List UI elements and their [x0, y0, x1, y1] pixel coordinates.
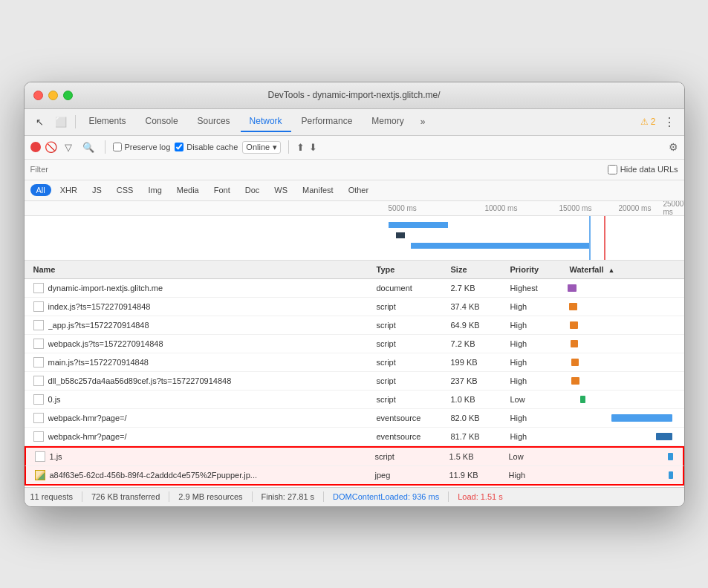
type-cell: script [374, 356, 448, 369]
file-icon [33, 394, 44, 405]
file-icon [33, 283, 44, 293]
filter-doc[interactable]: Doc [239, 184, 266, 196]
load-time: Load: 1.51 s [458, 492, 503, 501]
row-name: webpack-hmr?page=/ [48, 414, 127, 422]
preserve-log-checkbox[interactable]: Preserve log [113, 143, 171, 151]
sort-arrow-icon: ▲ [608, 267, 615, 274]
filter-ws[interactable]: WS [268, 184, 293, 196]
main-toolbar: ↖ ⬜ Elements Console Sources Network Per… [25, 109, 684, 136]
waterfall-cell [567, 355, 678, 370]
priority-cell: High [506, 468, 565, 482]
tab-memory[interactable]: Memory [363, 111, 412, 132]
row-name: 0.js [48, 395, 61, 404]
close-button[interactable] [33, 91, 43, 100]
priority-cell: High [507, 411, 567, 425]
tab-elements[interactable]: Elements [80, 111, 135, 132]
size-cell: 7.2 KB [448, 337, 507, 350]
dom-loaded-line [589, 216, 591, 261]
disable-cache-input[interactable] [175, 143, 184, 151]
disable-cache-checkbox[interactable]: Disable cache [175, 143, 238, 151]
timeline-label-10000: 10000 ms [485, 204, 518, 212]
priority-cell: High [507, 430, 567, 443]
th-size[interactable]: Size [448, 264, 507, 275]
table-row[interactable]: _app.js?ts=1572270914848script64.9 KBHig… [25, 316, 684, 335]
table-row[interactable]: 1.jsscript1.5 KBLow [25, 446, 684, 466]
filter-css[interactable]: CSS [111, 184, 140, 196]
waterfall-bar [580, 396, 586, 403]
load-line [604, 216, 605, 261]
waterfall-cell [567, 429, 678, 444]
filter-button[interactable]: ▽ [62, 140, 75, 154]
preserve-log-label: Preserve log [125, 143, 171, 151]
file-icon [35, 451, 45, 462]
minimize-button[interactable] [48, 91, 58, 100]
requests-count: 11 requests [30, 492, 73, 501]
table-row[interactable]: dynamic-import-nextjs.glitch.medocument2… [25, 279, 684, 298]
waterfall-bar [669, 471, 673, 479]
table-row[interactable]: webpack.js?ts=1572270914848script7.2 KBH… [25, 335, 684, 353]
priority-cell: High [507, 337, 567, 350]
th-type[interactable]: Type [374, 264, 448, 275]
tab-console[interactable]: Console [137, 111, 187, 132]
hide-data-urls-label: Hide data URLs [620, 165, 678, 174]
waterfall-cell [567, 281, 678, 295]
toolbar-separator-1 [75, 115, 76, 128]
tab-network[interactable]: Network [241, 111, 291, 132]
filter-all[interactable]: All [30, 184, 51, 196]
filter-img[interactable]: Img [142, 184, 167, 196]
record-button[interactable] [30, 142, 41, 152]
hide-data-urls-checkbox[interactable]: Hide data URLs [608, 165, 678, 174]
export-button[interactable]: ⬇ [309, 142, 317, 153]
maximize-button[interactable] [63, 91, 73, 100]
search-button[interactable]: 🔍 [79, 140, 97, 154]
tab-sources[interactable]: Sources [189, 111, 239, 132]
filter-font[interactable]: Font [208, 184, 236, 196]
stop-recording-button[interactable]: 🚫 [45, 141, 57, 153]
menu-button[interactable]: ⋮ [660, 113, 678, 131]
import-button[interactable]: ⬆ [296, 142, 305, 153]
name-cell: 0.js [30, 392, 374, 407]
name-cell: main.js?ts=1572270914848 [30, 355, 374, 370]
timeline-bar-2 [396, 232, 405, 238]
th-priority[interactable]: Priority [507, 264, 567, 275]
window-title: DevTools - dynamic-import-nextjs.glitch.… [267, 90, 440, 100]
waterfall-cell [567, 392, 678, 407]
filter-input[interactable] [30, 165, 602, 174]
row-name: dll_b58c257da4aa56d89cef.js?ts=157227091… [48, 376, 232, 385]
warning-icon: ⚠ [640, 117, 649, 127]
filter-xhr[interactable]: XHR [54, 184, 83, 196]
size-cell: 2.7 KB [448, 281, 507, 295]
status-sep-4 [323, 491, 324, 502]
table-row[interactable]: a84f63e5-62cd-456b-89f4-c2adddc4e575%2Fp… [25, 466, 684, 486]
finish-time: Finish: 27.81 s [262, 492, 315, 501]
table-row[interactable]: 0.jsscript1.0 KBLow [25, 391, 684, 409]
preserve-log-input[interactable] [113, 143, 122, 151]
waterfall-cell [567, 299, 678, 314]
throttle-select[interactable]: Online ▾ [242, 141, 281, 154]
priority-cell: High [507, 318, 567, 332]
th-waterfall[interactable]: Waterfall ▲ [567, 264, 678, 275]
filter-manifest[interactable]: Manifest [296, 184, 340, 196]
table-row[interactable]: webpack-hmr?page=/eventsource81.7 KBHigh [25, 428, 684, 446]
waterfall-bar [571, 377, 579, 385]
hide-data-urls-input[interactable] [608, 165, 617, 174]
more-tabs-button[interactable]: » [418, 112, 429, 131]
tab-performance[interactable]: Performance [293, 111, 362, 132]
status-sep-1 [82, 491, 82, 502]
throttle-arrow: ▾ [273, 143, 277, 152]
table-row[interactable]: webpack-hmr?page=/eventsource82.0 KBHigh [25, 409, 684, 428]
filter-js[interactable]: JS [86, 184, 108, 196]
priority-cell: High [507, 300, 567, 313]
table-row[interactable]: dll_b58c257da4aa56d89cef.js?ts=157227091… [25, 372, 684, 391]
filter-other[interactable]: Other [342, 184, 375, 196]
device-toolbar-button[interactable]: ⬜ [51, 113, 71, 131]
size-cell: 82.0 KB [448, 411, 507, 425]
cursor-tool-button[interactable]: ↖ [30, 113, 50, 131]
table-row[interactable]: index.js?ts=1572270914848script37.4 KBHi… [25, 298, 684, 316]
type-cell: script [374, 300, 448, 313]
settings-button[interactable]: ⚙ [669, 141, 678, 153]
th-name[interactable]: Name [30, 264, 374, 275]
table-row[interactable]: main.js?ts=1572270914848script199 KBHigh [25, 353, 684, 372]
warning-badge: ⚠ 2 [640, 117, 656, 127]
filter-media[interactable]: Media [171, 184, 205, 196]
